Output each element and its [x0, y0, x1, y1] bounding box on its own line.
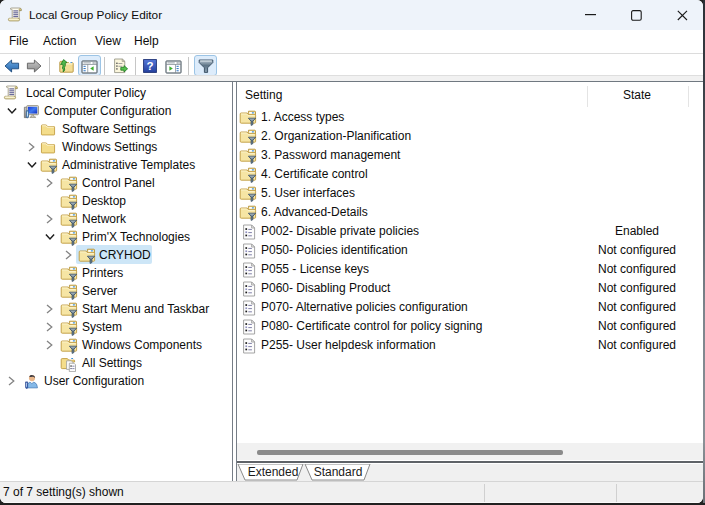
- svg-text:Extended: Extended: [248, 465, 299, 479]
- svg-text:Standard: Standard: [314, 465, 363, 479]
